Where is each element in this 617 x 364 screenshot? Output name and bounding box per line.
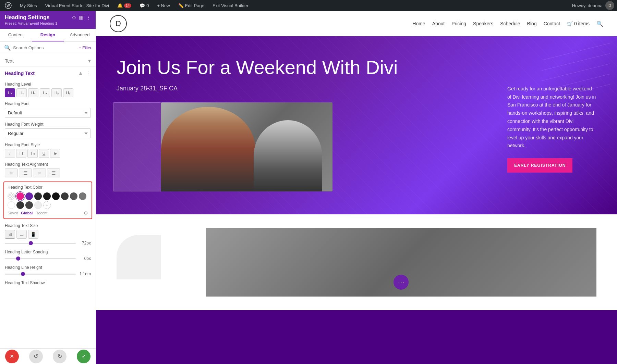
redo-button[interactable]: ↻ xyxy=(53,350,66,363)
mobile-size-button[interactable]: 📱 xyxy=(28,230,38,239)
second-image: ⋯ xyxy=(206,228,596,297)
tt-button[interactable]: TT xyxy=(16,149,26,158)
h3-button[interactable]: H₃ xyxy=(28,88,38,97)
color-swatch-pink[interactable] xyxy=(16,192,24,200)
heading-font-select[interactable]: Default xyxy=(5,108,91,118)
tab-advanced[interactable]: Advanced xyxy=(64,29,96,41)
strikethrough-button[interactable]: S xyxy=(50,149,60,158)
color-swatch-dark1[interactable] xyxy=(34,192,42,200)
cart-area[interactable]: 🛒 0 items xyxy=(567,21,590,26)
color-swatch-dark6[interactable] xyxy=(79,192,86,200)
color-settings-icon[interactable]: ⚙ xyxy=(84,210,88,216)
line-height-slider[interactable] xyxy=(5,274,76,275)
global-tab[interactable]: Global xyxy=(21,211,33,215)
new-content-button[interactable]: + New xyxy=(155,0,172,11)
nav-contact[interactable]: Contact xyxy=(544,21,560,26)
letter-spacing-slider[interactable] xyxy=(5,258,76,259)
cart-icon: 🛒 xyxy=(567,21,573,26)
heading-letter-spacing-label: Heading Letter Spacing xyxy=(5,250,91,254)
search-icon-nav[interactable]: 🔍 xyxy=(596,21,603,27)
h6-button[interactable]: H₆ xyxy=(63,88,73,97)
nav-speakers[interactable]: Speakers xyxy=(473,21,493,26)
edit-page-label: Edit Page xyxy=(185,3,204,8)
save-button[interactable]: ✓ xyxy=(77,350,90,363)
panel-bottom-bar: ✕ ↺ ↻ ✓ xyxy=(0,348,96,364)
nav-blog[interactable]: Blog xyxy=(527,21,537,26)
heading-text-title: Heading Text xyxy=(5,71,35,76)
settings-icon[interactable]: ⊙ xyxy=(72,15,76,20)
filter-button[interactable]: + Filter xyxy=(79,46,92,50)
heading-level-label: Heading Level xyxy=(5,82,91,87)
color-swatch-dark5[interactable] xyxy=(70,192,77,200)
my-sites-menu[interactable]: My Sites xyxy=(18,0,39,11)
hero-subtitle: January 28-31, SF CA xyxy=(117,85,494,92)
comments-link[interactable]: 💬 0 xyxy=(137,0,151,11)
undo-button[interactable]: ↺ xyxy=(29,350,43,363)
collapse-icon[interactable]: ▲ xyxy=(78,70,83,76)
text-size-slider[interactable] xyxy=(5,243,76,244)
text-section-toggle[interactable]: ▾ xyxy=(88,58,91,64)
color-tabs: Saved Global Recent ⚙ xyxy=(8,210,88,216)
hero-description: Get ready for an unforgettable weekend o… xyxy=(507,85,596,150)
nav-pricing[interactable]: Pricing xyxy=(451,21,466,26)
more-icon[interactable]: ⋮ xyxy=(86,15,91,20)
heading-text-icons: ▲ ⋮ xyxy=(78,70,91,76)
exit-builder-link[interactable]: Exit Visual Builder xyxy=(210,0,251,11)
heading-font-style-row: Heading Font Style I TT Tr U S xyxy=(0,140,96,160)
my-sites-label: My Sites xyxy=(20,3,37,8)
color-swatch-dark8[interactable] xyxy=(25,201,33,209)
align-right-button[interactable]: ≡ xyxy=(33,168,46,177)
grid-icon[interactable]: ▦ xyxy=(79,15,83,20)
cancel-button[interactable]: ✕ xyxy=(5,350,19,363)
tr-button[interactable]: Tr xyxy=(27,149,38,158)
search-input[interactable] xyxy=(13,45,77,50)
h1-button[interactable]: H₁ xyxy=(5,88,15,97)
nav-home[interactable]: Home xyxy=(412,21,425,26)
color-swatch-light[interactable] xyxy=(34,201,42,209)
color-swatch-purple[interactable] xyxy=(25,192,33,200)
color-swatch-transparent[interactable] xyxy=(8,192,15,200)
nav-about[interactable]: About xyxy=(432,21,445,26)
site-logo[interactable]: D xyxy=(110,15,127,32)
tab-design[interactable]: Design xyxy=(32,29,64,41)
tab-content[interactable]: Content xyxy=(0,29,32,41)
h5-button[interactable]: H₅ xyxy=(51,88,62,97)
color-swatch-dark7[interactable] xyxy=(16,201,24,209)
edit-page-link[interactable]: ✏️ Edit Page xyxy=(176,0,206,11)
desktop-size-button[interactable]: 🖥 xyxy=(5,230,15,239)
heading-font-weight-select[interactable]: Regular xyxy=(5,128,91,138)
add-color-button[interactable]: + xyxy=(43,201,51,209)
heading-text-size-section: Heading Text Size 🖥 ▭ 📱 72px xyxy=(0,221,96,248)
h2-button[interactable]: H₂ xyxy=(16,88,27,97)
hero-section: Join Us For a Weekend With Divi January … xyxy=(96,36,617,214)
tablet-size-button[interactable]: ▭ xyxy=(16,230,27,239)
saved-tab[interactable]: Saved xyxy=(8,211,18,215)
avatar[interactable]: D xyxy=(605,1,614,10)
underline-button[interactable]: U xyxy=(39,149,49,158)
color-swatch-dark4[interactable] xyxy=(61,192,69,200)
heading-text-header: Heading Text ▲ ⋮ xyxy=(0,66,96,80)
h4-button[interactable]: H₄ xyxy=(40,88,50,97)
purple-dot-button[interactable]: ⋯ xyxy=(394,275,409,290)
early-registration-button[interactable]: EARLY REGISTRATION xyxy=(507,158,572,173)
nav-schedule[interactable]: Schedule xyxy=(500,21,520,26)
site-nav-links: Home About Pricing Speakers Schedule Blo… xyxy=(412,21,603,27)
align-justify-button[interactable]: ☰ xyxy=(47,168,60,177)
notifications-bell[interactable]: 🔔 14 xyxy=(115,0,133,11)
heading-line-height-row: Heading Line Height 1.1em xyxy=(0,263,96,278)
search-bar: 🔍 + Filter xyxy=(0,42,96,54)
color-swatch-white[interactable] xyxy=(8,201,15,209)
italic-button[interactable]: I xyxy=(5,149,15,158)
wp-logo[interactable]: W xyxy=(3,0,14,11)
corner-shape-container xyxy=(117,228,168,283)
align-center-button[interactable]: ☰ xyxy=(19,168,32,177)
text-section-header: Text ▾ xyxy=(0,54,96,66)
hero-title: Join Us For a Weekend With Divi xyxy=(117,57,494,78)
heading-text-more-icon[interactable]: ⋮ xyxy=(85,70,91,76)
align-left-button[interactable]: ≡ xyxy=(5,168,18,177)
site-name[interactable]: Virtual Event Starter Site for Divi xyxy=(43,0,111,11)
recent-tab[interactable]: Recent xyxy=(35,211,47,215)
heading-text-shadow-row: Heading Text Shadow xyxy=(0,278,96,289)
color-swatch-dark3[interactable] xyxy=(52,192,60,200)
color-swatch-dark2[interactable] xyxy=(43,192,51,200)
